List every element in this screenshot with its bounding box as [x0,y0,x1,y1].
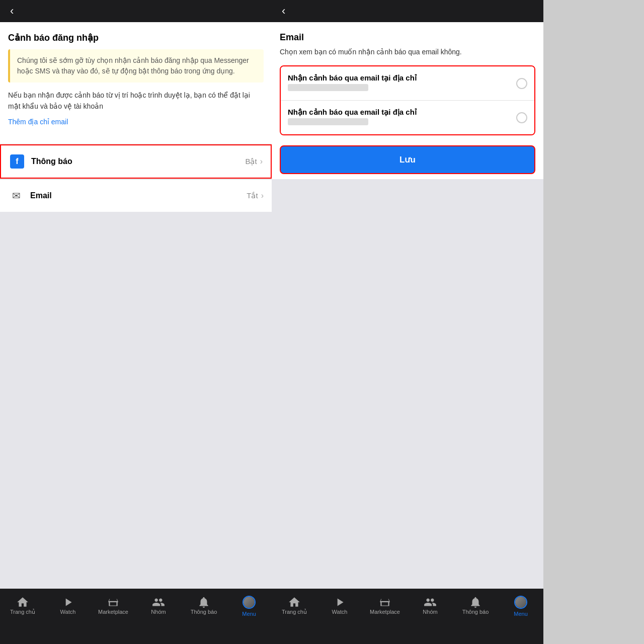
right-nav-watch[interactable]: Watch [317,594,362,615]
left-page-title: Cảnh báo đăng nhập [8,32,264,43]
email-label: Email [30,191,247,200]
radio-option-1-email [288,84,368,91]
email-section-desc: Chọn xem bạn có muốn nhận cảnh báo qua e… [280,47,535,57]
right-nav-groups[interactable]: Nhóm [408,594,453,615]
right-notifications-icon [469,596,482,609]
left-nav-menu[interactable]: Menu [226,594,272,617]
thongbao-setting-item[interactable]: f Thông báo Bật › [0,144,272,179]
thongbao-chevron: › [260,157,263,166]
right-groups-icon [424,596,437,609]
watch-icon [61,596,74,609]
right-nav-marketplace[interactable]: Marketplace [362,594,408,615]
right-status-bar: ‹ [272,0,543,22]
radio-option-1-text: Nhận cảnh báo qua email tại địa chỉ [288,73,511,93]
warning-box: Chúng tôi sẽ sớm gỡ tùy chọn nhận cảnh b… [8,49,264,83]
right-nav-watch-label: Watch [332,609,348,615]
email-icon-container: ✉ [8,188,24,204]
left-content-area: Cảnh báo đăng nhập Chúng tôi sẽ sớm gỡ t… [0,22,272,589]
radio-circle-2[interactable] [516,112,527,123]
info-text: Nếu bạn nhận được cảnh báo từ vị trí hoặ… [8,90,264,112]
right-avatar [514,596,527,609]
right-home-icon [288,596,301,609]
left-nav-watch-label: Watch [60,609,76,615]
right-avatar-inner [515,597,526,608]
radio-option-2-text: Nhận cảnh báo qua email tại địa chỉ [288,108,511,127]
right-nav-notifications[interactable]: Thông báo [453,594,498,615]
email-section-title: Email [280,32,535,43]
left-back-button[interactable]: ‹ [10,5,14,18]
left-nav-marketplace-label: Marketplace [98,609,128,615]
right-nav-menu[interactable]: Menu [498,594,543,617]
left-avatar [243,596,256,609]
email-status: Tắt [247,191,258,200]
left-status-bar: ‹ [0,0,272,22]
left-nav-marketplace[interactable]: Marketplace [91,594,136,615]
left-nav-notifications-label: Thông báo [191,609,217,615]
marketplace-icon [107,596,120,609]
left-phone-panel: ‹ Cảnh báo đăng nhập Chúng tôi sẽ sớm gỡ… [0,0,272,644]
radio-circle-1[interactable] [516,78,527,89]
right-phone-panel: ‹ Email Chọn xem bạn có muốn nhận cảnh b… [272,0,543,644]
add-email-link[interactable]: Thêm địa chỉ email [8,118,68,126]
radio-options-box: Nhận cảnh báo qua email tại địa chỉ Nhận… [280,65,535,135]
save-button[interactable]: Lưu [280,145,535,174]
home-icon [16,596,29,609]
right-watch-icon [333,596,346,609]
right-bottom-nav: Trang chủ Watch Marketplace Nhóm Thông b… [272,589,543,644]
radio-option-2[interactable]: Nhận cảnh báo qua email tại địa chỉ [281,101,534,134]
left-nav-menu-label: Menu [242,611,256,617]
left-nav-notifications[interactable]: Thông báo [181,594,226,615]
warning-text: Chúng tôi sẽ sớm gỡ tùy chọn nhận cảnh b… [17,56,249,75]
left-nav-watch[interactable]: Watch [45,594,91,615]
thongbao-label: Thông báo [31,157,245,166]
left-avatar-inner [244,597,255,608]
radio-option-1[interactable]: Nhận cảnh báo qua email tại địa chỉ [281,66,534,101]
notifications-icon [197,596,210,609]
left-nav-home[interactable]: Trang chủ [0,594,45,615]
email-setting-item[interactable]: ✉ Email Tắt › [0,179,272,212]
right-nav-home[interactable]: Trang chủ [272,594,317,615]
thongbao-status: Bật [245,157,257,166]
radio-option-2-label: Nhận cảnh báo qua email tại địa chỉ [288,108,511,117]
radio-option-2-email [288,118,368,125]
left-nav-home-label: Trang chủ [10,609,35,615]
right-nav-groups-label: Nhóm [423,609,437,615]
email-chevron: › [261,191,264,200]
facebook-icon-container: f [9,153,25,170]
left-main-card: Cảnh báo đăng nhập Chúng tôi sẽ sớm gỡ t… [0,22,272,144]
facebook-icon: f [10,154,24,169]
right-marketplace-icon [378,596,391,609]
right-content-area: Email Chọn xem bạn có muốn nhận cảnh báo… [272,22,543,589]
groups-icon [152,596,165,609]
right-nav-marketplace-label: Marketplace [370,609,400,615]
right-back-button[interactable]: ‹ [282,5,285,18]
right-nav-menu-label: Menu [514,611,528,617]
left-bottom-nav: Trang chủ Watch Marketplace Nhóm Thông b… [0,589,272,644]
right-nav-notifications-label: Thông báo [462,609,489,615]
left-nav-groups-label: Nhóm [151,609,166,615]
right-nav-home-label: Trang chủ [282,609,307,615]
right-main-card: Email Chọn xem bạn có muốn nhận cảnh báo… [272,22,543,179]
email-icon: ✉ [12,190,21,202]
radio-option-1-label: Nhận cảnh báo qua email tại địa chỉ [288,73,511,83]
left-nav-groups[interactable]: Nhóm [136,594,181,615]
